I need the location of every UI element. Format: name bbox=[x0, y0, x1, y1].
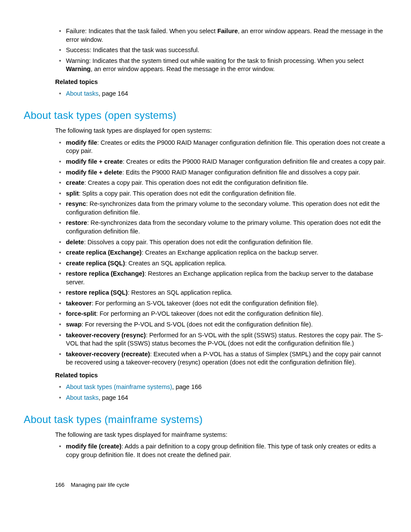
related-topics-list: About task types (mainframe systems), pa… bbox=[55, 383, 387, 402]
term: modify file + create bbox=[66, 158, 123, 165]
term: modify file (create) bbox=[66, 443, 121, 450]
desc: : For reversing the P-VOL and S-VOL (doe… bbox=[81, 321, 313, 328]
desc: : Creates or edits the P9000 RAID Manage… bbox=[123, 158, 386, 165]
desc: : Creates or edits the P9000 RAID Manage… bbox=[66, 139, 385, 155]
desc: : Creates a copy pair. This operation do… bbox=[84, 179, 308, 186]
text: , page 164 bbox=[99, 90, 128, 97]
list-item: delete: Dissolves a copy pair. This oper… bbox=[66, 238, 387, 247]
list-item: create: Creates a copy pair. This operat… bbox=[66, 179, 387, 187]
list-item: split: Splits a copy pair. This operatio… bbox=[66, 190, 387, 198]
term: modify file + delete bbox=[66, 169, 122, 176]
list-item: restore replica (Exchange): Restores an … bbox=[66, 270, 387, 286]
term: modify file bbox=[66, 139, 97, 146]
list-item: restore: Re-synchronizes data from the s… bbox=[66, 219, 387, 236]
list-item: create replica (Exchange): Creates an Ex… bbox=[66, 249, 387, 257]
desc: : Re-synchronizes data from the secondar… bbox=[66, 219, 381, 235]
desc: : For performing an S-VOL takeover (does… bbox=[92, 300, 319, 307]
list-item: Success: Indicates that the task was suc… bbox=[66, 46, 387, 55]
page-number: 166 bbox=[55, 482, 65, 488]
desc: : Creates an Exchange application replic… bbox=[142, 249, 318, 256]
related-topics-heading: Related topics bbox=[55, 78, 387, 87]
list-item: modify file (create): Adds a pair defini… bbox=[66, 442, 387, 459]
text: Warning: Indicates that the system timed… bbox=[66, 57, 364, 64]
bold-term: Warning bbox=[66, 65, 90, 72]
list-item: modify file + delete: Edits the P9000 RA… bbox=[66, 168, 387, 177]
related-topics-heading: Related topics bbox=[55, 371, 387, 380]
text: Success: Indicates that the task was suc… bbox=[66, 47, 199, 53]
term: swap bbox=[66, 321, 81, 328]
term: delete bbox=[66, 239, 84, 246]
open-bullet-list: modify file: Creates or edits the P9000 … bbox=[55, 139, 387, 367]
term: restore replica (SQL) bbox=[66, 289, 128, 296]
footer-title: Managing pair life cycle bbox=[71, 482, 129, 488]
heading-mainframe-systems: About task types (mainframe systems) bbox=[24, 413, 387, 426]
top-bullet-list: Failure: Indicates that the task failed.… bbox=[55, 27, 387, 74]
text: , an error window appears. Read the mess… bbox=[90, 65, 274, 72]
list-item: swap: For reversing the P-VOL and S-VOL … bbox=[66, 320, 387, 329]
text: , page 164 bbox=[99, 394, 128, 401]
term: takeover-recovery (resync) bbox=[66, 332, 146, 339]
list-item: takeover: For performing an S-VOL takeov… bbox=[66, 299, 387, 308]
mainframe-bullet-list: modify file (create): Adds a pair defini… bbox=[55, 442, 387, 459]
intro-text: The following task types are displayed f… bbox=[55, 127, 387, 135]
list-item: force-split: For performing an P-VOL tak… bbox=[66, 310, 387, 318]
link-about-tasks[interactable]: About tasks bbox=[66, 394, 99, 401]
term: force-split bbox=[66, 310, 96, 317]
list-item: Warning: Indicates that the system timed… bbox=[66, 57, 387, 74]
intro-text: The following are task types displayed f… bbox=[55, 431, 387, 439]
related-topics-list: About tasks, page 164 bbox=[55, 90, 387, 98]
page-footer: 166 Managing pair life cycle bbox=[55, 481, 387, 489]
desc: : Creates an SQL application replica. bbox=[125, 260, 227, 267]
text: , page 166 bbox=[172, 383, 202, 390]
list-item: resync: Re-synchronizes data from the pr… bbox=[66, 200, 387, 217]
list-item: takeover-recovery (recreate): Executed w… bbox=[66, 350, 387, 367]
term: create bbox=[66, 179, 84, 186]
list-item: About task types (mainframe systems), pa… bbox=[66, 383, 387, 392]
text: Failure: Indicates that the task failed.… bbox=[66, 28, 217, 34]
desc: : Edits the P9000 RAID Manager configura… bbox=[122, 169, 360, 176]
list-item: create replica (SQL): Creates an SQL app… bbox=[66, 259, 387, 268]
term: create replica (SQL) bbox=[66, 260, 125, 267]
desc: : For performing an P-VOL takeover (does… bbox=[96, 310, 323, 317]
term: create replica (Exchange) bbox=[66, 249, 142, 256]
list-item: modify file: Creates or edits the P9000 … bbox=[66, 139, 387, 156]
desc: : Dissolves a copy pair. This operation … bbox=[84, 239, 313, 246]
list-item: modify file + create: Creates or edits t… bbox=[66, 158, 387, 166]
term: restore replica (Exchange) bbox=[66, 270, 144, 277]
term: restore bbox=[66, 219, 87, 226]
bold-term: Failure bbox=[217, 28, 238, 34]
desc: : Restores an SQL application replica. bbox=[128, 289, 232, 296]
heading-open-systems: About task types (open systems) bbox=[24, 109, 387, 122]
term: takeover bbox=[66, 300, 92, 307]
list-item: Failure: Indicates that the task failed.… bbox=[66, 27, 387, 44]
list-item: About tasks, page 164 bbox=[66, 90, 387, 98]
link-mainframe-systems[interactable]: About task types (mainframe systems) bbox=[66, 383, 172, 390]
list-item: restore replica (SQL): Restores an SQL a… bbox=[66, 289, 387, 297]
list-item: takeover-recovery (resync): Performed fo… bbox=[66, 331, 387, 348]
list-item: About tasks, page 164 bbox=[66, 394, 387, 402]
term: takeover-recovery (recreate) bbox=[66, 351, 150, 358]
link-about-tasks[interactable]: About tasks bbox=[66, 90, 99, 97]
desc: : Splits a copy pair. This operation doe… bbox=[79, 190, 296, 197]
term: split bbox=[66, 190, 79, 197]
desc: : Re-synchronizes data from the primary … bbox=[66, 200, 380, 216]
term: resync bbox=[66, 200, 86, 207]
